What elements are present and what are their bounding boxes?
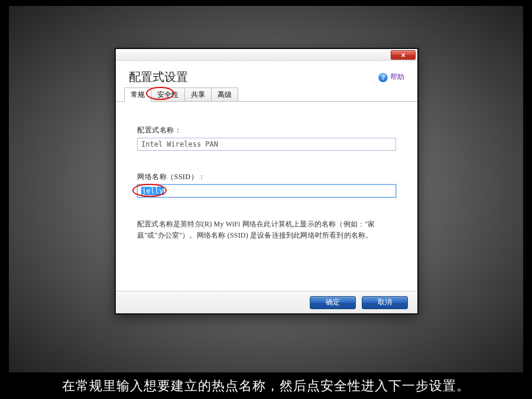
profile-settings-dialog: ✕ 配置式设置 ? 帮助 常规 安全性 共享 高级 配置式名称： 网络名称（SS… xyxy=(115,48,418,314)
description-text: 配置式名称是英特尔(R) My WiFi 网络在此计算机上显示的名称（例如："家… xyxy=(137,219,385,241)
ssid-label: 网络名称（SSID）： xyxy=(137,172,396,182)
titlebar: ✕ xyxy=(116,49,417,61)
profile-name-input[interactable] xyxy=(137,138,396,151)
field-profile-name: 配置式名称： xyxy=(137,125,396,151)
field-ssid: 网络名称（SSID）： jelly xyxy=(137,172,396,197)
tab-security[interactable]: 安全性 xyxy=(151,87,185,101)
stage: ✕ 配置式设置 ? 帮助 常规 安全性 共享 高级 配置式名称： 网络名称（SS… xyxy=(0,0,532,399)
ssid-selected-text: jelly xyxy=(141,187,164,195)
dialog-title: 配置式设置 xyxy=(129,69,188,85)
tab-body-general: 配置式名称： 网络名称（SSID）： jelly 配置式名称是英特尔(R) My… xyxy=(116,102,417,291)
help-link[interactable]: ? 帮助 xyxy=(378,72,404,82)
profile-name-label: 配置式名称： xyxy=(137,125,396,135)
tabstrip: 常规 安全性 共享 高级 xyxy=(116,89,417,102)
cancel-button[interactable]: 取消 xyxy=(362,296,408,309)
ssid-input[interactable]: jelly xyxy=(137,184,396,197)
ok-button[interactable]: 确定 xyxy=(310,296,356,309)
tab-general[interactable]: 常规 xyxy=(124,87,151,102)
close-icon: ✕ xyxy=(401,52,406,59)
dialog-header: 配置式设置 ? 帮助 xyxy=(116,61,417,89)
tutorial-caption: 在常规里输入想要建立的热点名称，然后点安全性进入下一步设置。 xyxy=(0,372,532,399)
help-label: 帮助 xyxy=(390,72,404,82)
dialog-footer: 确定 取消 xyxy=(116,291,417,313)
help-icon: ? xyxy=(378,73,388,82)
close-button[interactable]: ✕ xyxy=(391,50,416,60)
tab-sharing[interactable]: 共享 xyxy=(184,87,212,101)
tab-advanced[interactable]: 高级 xyxy=(211,87,238,101)
